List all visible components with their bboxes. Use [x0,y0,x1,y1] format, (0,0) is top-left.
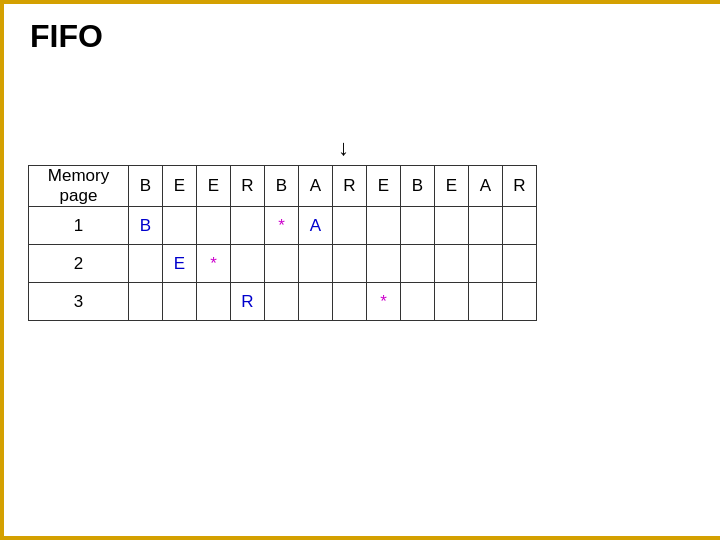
data-cell-r1-c0 [129,245,163,283]
data-cell-r0-c11 [503,207,537,245]
header-cell-8: B [401,166,435,207]
header-cell-11: R [503,166,537,207]
header-label-cell: Memory page [29,166,129,207]
data-cell-r0-c7 [367,207,401,245]
data-cell-r0-c10 [469,207,503,245]
left-border [0,0,4,540]
data-cell-r1-c11 [503,245,537,283]
data-cell-r2-c10 [469,283,503,321]
data-cell-r2-c11 [503,283,537,321]
header-cell-2: E [197,166,231,207]
data-cell-r2-c6 [333,283,367,321]
table-row: 3R* [29,283,537,321]
data-cell-r1-c7 [367,245,401,283]
data-cell-r1-c1: E [163,245,197,283]
table-header-row: Memory page B E E R B A R E B E A R [29,166,537,207]
data-cell-r1-c10 [469,245,503,283]
data-cell-r1-c6 [333,245,367,283]
header-cell-10: A [469,166,503,207]
data-cell-r0-c2 [197,207,231,245]
row-label-0: 1 [29,207,129,245]
data-cell-r2-c7: * [367,283,401,321]
table-row: 2E* [29,245,537,283]
arrow-down-icon: ↓ [338,135,349,161]
data-cell-r2-c0 [129,283,163,321]
data-cell-r1-c8 [401,245,435,283]
data-cell-r1-c2: * [197,245,231,283]
data-cell-r2-c4 [265,283,299,321]
row-label-1: 2 [29,245,129,283]
data-cell-r0-c8 [401,207,435,245]
data-cell-r2-c1 [163,283,197,321]
data-cell-r0-c1 [163,207,197,245]
data-cell-r2-c3: R [231,283,265,321]
data-cell-r2-c2 [197,283,231,321]
data-cell-r2-c8 [401,283,435,321]
data-cell-r1-c5 [299,245,333,283]
data-cell-r0-c6 [333,207,367,245]
header-cell-3: R [231,166,265,207]
data-cell-r0-c9 [435,207,469,245]
data-cell-r2-c9 [435,283,469,321]
row-label-2: 3 [29,283,129,321]
page-title: FIFO [30,18,103,55]
data-cell-r0-c3 [231,207,265,245]
data-cell-r2-c5 [299,283,333,321]
data-cell-r1-c9 [435,245,469,283]
bottom-border [0,536,720,540]
data-cell-r0-c4: * [265,207,299,245]
header-cell-9: E [435,166,469,207]
data-cell-r0-c0: B [129,207,163,245]
header-cell-4: B [265,166,299,207]
header-cell-0: B [129,166,163,207]
table-row: 1B*A [29,207,537,245]
header-cell-7: E [367,166,401,207]
top-border [0,0,720,4]
data-cell-r1-c3 [231,245,265,283]
fifo-table-container: Memory page B E E R B A R E B E A R 1B*A… [28,165,537,321]
header-cell-1: E [163,166,197,207]
fifo-table: Memory page B E E R B A R E B E A R 1B*A… [28,165,537,321]
header-cell-6: R [333,166,367,207]
data-cell-r1-c4 [265,245,299,283]
header-cell-5: A [299,166,333,207]
data-cell-r0-c5: A [299,207,333,245]
